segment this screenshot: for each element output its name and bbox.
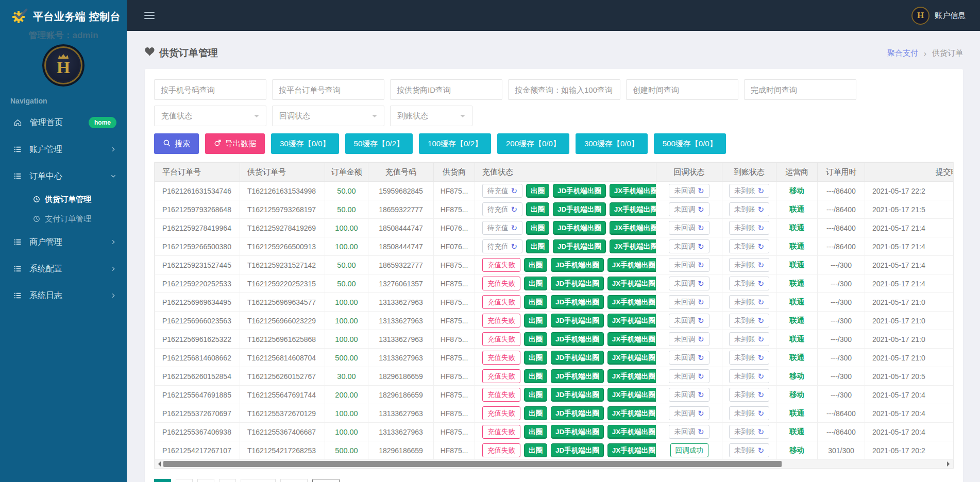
jx-mobile-out-button[interactable]: JX手机端出圈: [610, 184, 656, 198]
arrival-status-button[interactable]: 未到账↻: [729, 314, 769, 328]
filter-platform-order-input[interactable]: [272, 79, 384, 100]
sidebar-item-orders[interactable]: 订单中心: [0, 163, 127, 190]
callback-status-button[interactable]: 未回调↻: [669, 258, 709, 272]
recharge-status-button[interactable]: 待充值↻: [482, 221, 522, 235]
search-button[interactable]: 搜索: [154, 133, 199, 154]
scroll-left-arrow[interactable]: [156, 461, 161, 467]
sidebar-item-system-log[interactable]: 系统日志: [0, 282, 127, 309]
arrival-status-button[interactable]: 未到账↻: [729, 277, 769, 290]
callback-status-button[interactable]: 未回调↻: [669, 314, 709, 328]
callback-status-button[interactable]: 未回调↻: [669, 425, 709, 439]
jx-mobile-out-button[interactable]: JX手机端出圈: [607, 314, 656, 328]
out-button[interactable]: 出圈: [526, 221, 549, 235]
sidebar-item-home[interactable]: 管理首页home: [0, 109, 127, 136]
out-button[interactable]: 出圈: [524, 258, 547, 272]
page-size-select[interactable]: 15条: [312, 479, 340, 482]
recharge-status-button[interactable]: 待充值↻: [482, 202, 522, 216]
jd-mobile-out-button[interactable]: JD手机端出圈: [553, 202, 606, 216]
sidebar-subitem-pay-orders[interactable]: 支付订单管理: [0, 209, 127, 229]
callback-status-button[interactable]: 未回调↻: [669, 184, 709, 198]
arrival-status-button[interactable]: 未到账↻: [729, 443, 769, 457]
jx-mobile-out-button[interactable]: JX手机端出圈: [607, 277, 656, 290]
jd-mobile-out-button[interactable]: JD手机端出圈: [551, 351, 604, 365]
jd-mobile-out-button[interactable]: JD手机端出圈: [553, 184, 606, 198]
jd-mobile-out-button[interactable]: JD手机端出圈: [551, 295, 604, 309]
out-button[interactable]: 出圈: [524, 314, 547, 328]
out-button[interactable]: 出圈: [526, 239, 549, 253]
jx-mobile-out-button[interactable]: JX手机端出圈: [607, 258, 656, 272]
sidebar-subitem-supply-orders[interactable]: 供货订单管理: [0, 190, 127, 209]
breadcrumb-parent-link[interactable]: 聚合支付: [887, 48, 918, 58]
callback-status-button[interactable]: 未回调↻: [669, 221, 709, 235]
out-button[interactable]: 出圈: [524, 388, 547, 402]
filter-create-time-input[interactable]: [626, 79, 738, 100]
arrival-status-button[interactable]: 未到账↻: [729, 406, 769, 420]
jd-mobile-out-button[interactable]: JD手机端出圈: [551, 369, 604, 383]
cache-300-button[interactable]: 300缓存【0/0】: [576, 133, 648, 154]
recharge-status-button[interactable]: 充值失败: [482, 277, 520, 290]
scroll-right-arrow[interactable]: [947, 461, 952, 467]
out-button[interactable]: 出圈: [524, 332, 547, 346]
recharge-status-button[interactable]: 充值失败: [482, 314, 520, 328]
sidebar-item-system-config[interactable]: 系统配置: [0, 255, 127, 282]
jd-mobile-out-button[interactable]: JD手机端出圈: [551, 277, 604, 290]
filter-amount-input[interactable]: [508, 79, 620, 100]
sidebar-item-merchant[interactable]: 商户管理: [0, 229, 127, 255]
jx-mobile-out-button[interactable]: JX手机端出圈: [607, 295, 656, 309]
callback-status-button[interactable]: 未回调↻: [669, 351, 709, 365]
filter-finish-time-input[interactable]: [744, 79, 856, 100]
out-button[interactable]: 出圈: [524, 351, 547, 365]
callback-status-button[interactable]: 未回调↻: [669, 388, 709, 402]
page-button-3[interactable]: 3: [197, 479, 214, 482]
sidebar-item-account[interactable]: 账户管理: [0, 136, 127, 163]
hamburger-icon[interactable]: [144, 12, 155, 19]
jd-mobile-out-button[interactable]: JD手机端出圈: [551, 388, 604, 402]
page-button-2[interactable]: 2: [176, 479, 193, 482]
out-button[interactable]: 出圈: [524, 295, 547, 309]
jx-mobile-out-button[interactable]: JX手机端出圈: [607, 443, 656, 457]
callback-status-button[interactable]: 回调成功: [670, 443, 708, 457]
callback-status-button[interactable]: 未回调↻: [669, 369, 709, 383]
cache-200-button[interactable]: 200缓存【0/0】: [497, 133, 569, 154]
callback-status-button[interactable]: 未回调↻: [669, 295, 709, 309]
cache-500-button[interactable]: 500缓存【0/0】: [654, 133, 726, 154]
jx-mobile-out-button[interactable]: JX手机端出圈: [607, 406, 656, 420]
recharge-status-button[interactable]: 充值失败: [482, 295, 520, 309]
arrival-status-button[interactable]: 未到账↻: [729, 221, 769, 235]
callback-status-button[interactable]: 未回调↻: [669, 202, 709, 216]
arrival-status-button[interactable]: 未到账↻: [729, 351, 769, 365]
arrival-status-button[interactable]: 未到账↻: [729, 295, 769, 309]
cache-100-button[interactable]: 100缓存【0/2】: [419, 133, 491, 154]
cache-50-button[interactable]: 50缓存【0/2】: [345, 133, 413, 154]
jd-mobile-out-button[interactable]: JD手机端出圈: [551, 425, 604, 439]
jx-mobile-out-button[interactable]: JX手机端出圈: [607, 369, 656, 383]
arrival-status-button[interactable]: 未到账↻: [729, 332, 769, 346]
arrival-status-button[interactable]: 未到账↻: [729, 388, 769, 402]
next-page-button[interactable]: 下一页: [241, 479, 276, 482]
arrival-status-button[interactable]: 未到账↻: [729, 239, 769, 253]
callback-status-button[interactable]: 未回调↻: [669, 277, 709, 290]
recharge-status-button[interactable]: 待充值↻: [482, 184, 522, 198]
cache-30-button[interactable]: 30缓存【0/0】: [271, 133, 339, 154]
out-button[interactable]: 出圈: [526, 202, 549, 216]
callback-status-button[interactable]: 未回调↻: [669, 239, 709, 253]
jd-mobile-out-button[interactable]: JD手机端出圈: [551, 258, 604, 272]
jx-mobile-out-button[interactable]: JX手机端出圈: [610, 221, 656, 235]
out-button[interactable]: 出圈: [524, 425, 547, 439]
filter-callback-status-select[interactable]: 回调状态: [272, 106, 384, 126]
filter-supplier-id-input[interactable]: [390, 79, 502, 100]
out-button[interactable]: 出圈: [526, 184, 549, 198]
jd-mobile-out-button[interactable]: JD手机端出圈: [551, 332, 604, 346]
recharge-status-button[interactable]: 充值失败: [482, 406, 520, 420]
recharge-status-button[interactable]: 充值失败: [482, 258, 520, 272]
jx-mobile-out-button[interactable]: JX手机端出圈: [610, 202, 656, 216]
filter-arrival-status-select[interactable]: 到账状态: [390, 106, 472, 126]
callback-status-button[interactable]: 未回调↻: [669, 332, 709, 346]
jx-mobile-out-button[interactable]: JX手机端出圈: [607, 388, 656, 402]
recharge-status-button[interactable]: 待充值↻: [482, 239, 522, 253]
jd-mobile-out-button[interactable]: JD手机端出圈: [551, 406, 604, 420]
recharge-status-button[interactable]: 充值失败: [482, 332, 520, 346]
account-info-button[interactable]: H 账户信息: [911, 7, 966, 25]
arrival-status-button[interactable]: 未到账↻: [729, 425, 769, 439]
recharge-status-button[interactable]: 充值失败: [482, 443, 520, 457]
